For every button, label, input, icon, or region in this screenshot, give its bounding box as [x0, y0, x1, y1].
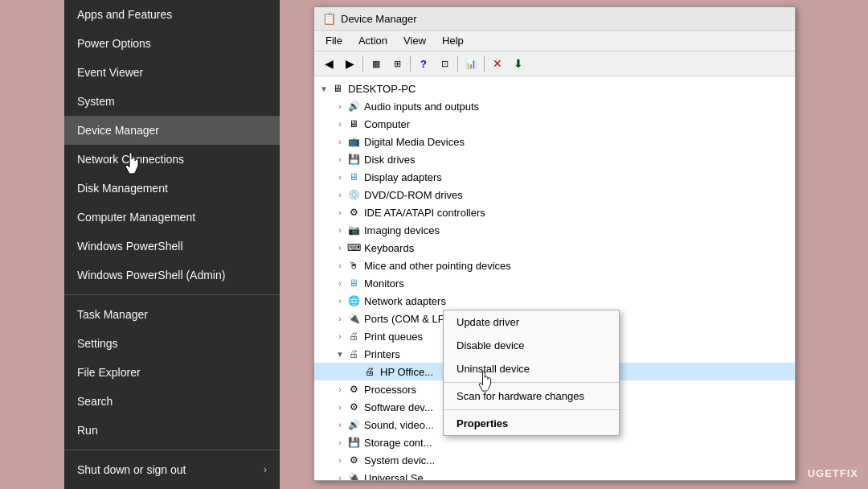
left-context-menu[interactable]: Apps and Features Power Options Event Vi… [64, 0, 280, 489]
context-popup-menu[interactable]: Update driver Disable device Uninstall d… [443, 310, 620, 436]
expand-display[interactable]: › [334, 171, 346, 183]
menu-item-system[interactable]: System [64, 87, 280, 116]
toolbar-back[interactable]: ◀ [319, 54, 338, 73]
toolbar-sep-1 [362, 55, 363, 72]
chevron-right-icon: › [264, 464, 267, 475]
tree-item-digital-media[interactable]: › 📺 Digital Media Devices [314, 133, 795, 150]
expand-disk-drives[interactable]: › [334, 153, 346, 166]
expand-audio[interactable]: › [334, 100, 346, 113]
menu-item-disk-management[interactable]: Disk Management [64, 174, 280, 203]
expand-software-dev[interactable]: › [334, 401, 346, 413]
tree-root[interactable]: ▼ 🖥 DESKTOP-PC [314, 80, 795, 97]
menu-item-shutdown[interactable]: Shut down or sign out › [64, 455, 280, 484]
menu-item-desktop[interactable]: Desktop [64, 484, 280, 489]
expand-processors[interactable]: › [334, 383, 346, 396]
expand-universal[interactable]: › [334, 471, 346, 480]
menu-item-run[interactable]: Run [64, 416, 280, 445]
expand-storage[interactable]: › [334, 436, 346, 449]
tree-item-dvd[interactable]: › 💿 DVD/CD-ROM drives [314, 186, 795, 203]
toolbar-update[interactable]: ⬇ [509, 54, 528, 73]
tree-item-computer[interactable]: › 🖥 Computer [314, 115, 795, 133]
menu-divider-1 [64, 294, 280, 295]
popup-sep-2 [444, 409, 619, 410]
tree-item-keyboards[interactable]: › ⌨ Keyboards [314, 239, 795, 257]
tree-item-audio[interactable]: › 🔊 Audio inputs and outputs [314, 97, 795, 115]
toolbar-uninstall[interactable]: ✕ [488, 54, 507, 73]
expand-monitors[interactable]: › [334, 277, 346, 290]
digital-media-icon: 📺 [346, 134, 361, 149]
popup-uninstall-device[interactable]: Uninstall device [444, 357, 619, 380]
tree-item-ide[interactable]: › ⚙ IDE ATA/ATAPI controllers [314, 203, 795, 221]
expand-imaging[interactable]: › [334, 224, 346, 236]
menu-item-powershell-admin[interactable]: Windows PowerShell (Admin) [64, 261, 280, 290]
tree-item-mice[interactable]: › 🖱 Mice and other pointing devices [314, 257, 795, 274]
tree-item-network[interactable]: › 🌐 Network adapters [314, 292, 795, 310]
tree-item-universal-se[interactable]: › 🔌 Universal Se... [314, 469, 795, 480]
network-icon: 🌐 [346, 294, 361, 308]
menu-item-power-options[interactable]: Power Options [64, 29, 280, 58]
menu-item-powershell[interactable]: Windows PowerShell [64, 232, 280, 261]
disk-icon: 💾 [346, 152, 361, 166]
tree-item-system-devic[interactable]: › ⚙ System devic... [314, 451, 795, 469]
window-title: Device Manager [341, 13, 417, 25]
hp-icon: 🖨 [362, 364, 377, 379]
menu-item-event-viewer[interactable]: Event Viewer [64, 58, 280, 87]
tree-root-label: DESKTOP-PC [348, 83, 416, 95]
window-menubar[interactable]: File Action View Help [314, 31, 795, 51]
tree-item-imaging[interactable]: › 📷 Imaging devices [314, 221, 795, 239]
expand-dvd[interactable]: › [334, 188, 346, 201]
expand-computer[interactable]: › [334, 117, 346, 130]
menubar-file[interactable]: File [319, 32, 349, 49]
expand-network[interactable]: › [334, 294, 346, 307]
expand-keyboards[interactable]: › [334, 241, 346, 254]
device-tree[interactable]: ▼ 🖥 DESKTOP-PC › 🔊 Audio inputs and outp… [314, 76, 795, 480]
menu-item-device-manager[interactable]: Device Manager [64, 116, 280, 145]
expand-ide[interactable]: › [334, 206, 346, 219]
tree-item-monitors[interactable]: › 🖥 Monitors [314, 274, 795, 292]
mice-icon: 🖱 [346, 258, 361, 273]
expand-print-queues[interactable]: › [334, 330, 346, 343]
menu-item-apps-features[interactable]: Apps and Features [64, 0, 280, 29]
tree-item-storage[interactable]: › 💾 Storage cont... [314, 434, 795, 451]
expand-digital-media[interactable]: › [334, 135, 346, 148]
menu-divider-2 [64, 450, 280, 450]
toolbar-sep-2 [410, 55, 411, 72]
menubar-view[interactable]: View [397, 32, 432, 49]
keyboard-icon: ⌨ [346, 240, 361, 255]
menu-item-computer-management[interactable]: Computer Management [64, 203, 280, 232]
popup-disable-device[interactable]: Disable device [444, 334, 619, 357]
toolbar-display-type[interactable]: 📊 [461, 54, 481, 73]
tree-item-display[interactable]: › 🖥 Display adapters [314, 168, 795, 186]
toolbar-device-list[interactable]: ▦ [366, 54, 386, 73]
toolbar-forward[interactable]: ▶ [340, 54, 359, 73]
popup-scan-hardware[interactable]: Scan for hardware changes [444, 384, 619, 408]
toolbar-scan[interactable]: ⊡ [435, 54, 454, 73]
expand-system[interactable]: › [334, 454, 346, 466]
menu-item-file-explorer[interactable]: File Explorer [64, 358, 280, 387]
menubar-help[interactable]: Help [436, 32, 470, 49]
popup-update-driver[interactable]: Update driver [444, 310, 619, 334]
monitor-icon: 🖥 [346, 276, 361, 290]
popup-properties[interactable]: Properties [444, 412, 619, 435]
menu-item-search[interactable]: Search [64, 387, 280, 416]
expand-ports[interactable]: › [334, 312, 346, 325]
menu-item-settings[interactable]: Settings [64, 329, 280, 358]
imaging-icon: 📷 [346, 223, 361, 237]
expand-printers[interactable]: ▼ [334, 347, 346, 360]
toolbar-help[interactable]: ? [414, 54, 433, 73]
computer-icon: 🖥 [346, 117, 361, 131]
processors-icon: ⚙ [346, 382, 361, 397]
titlebar-icon: 📋 [322, 12, 336, 25]
menu-item-task-manager[interactable]: Task Manager [64, 300, 280, 329]
tree-item-disk-drives[interactable]: › 💾 Disk drives [314, 150, 795, 168]
display-icon: 🖥 [346, 170, 361, 184]
expand-hp[interactable] [350, 365, 362, 378]
expand-sound[interactable]: › [334, 418, 346, 431]
device-manager-window: 📋 Device Manager File Action View Help ◀… [313, 6, 796, 481]
dvd-icon: 💿 [346, 187, 361, 202]
toolbar-properties[interactable]: ⊞ [387, 54, 407, 73]
expand-root[interactable]: ▼ [317, 82, 330, 95]
expand-mice[interactable]: › [334, 259, 346, 272]
menu-item-network-connections[interactable]: Network Connections [64, 145, 280, 174]
menubar-action[interactable]: Action [352, 32, 394, 49]
